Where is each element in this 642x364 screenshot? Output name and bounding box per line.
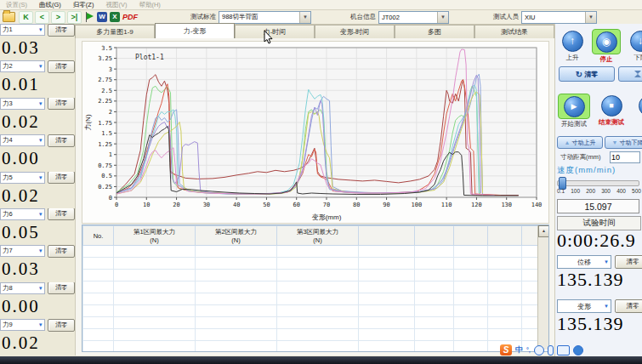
channel-select[interactable]: 力6▼ xyxy=(0,208,45,220)
channel-clear-button[interactable]: 清零 xyxy=(48,245,75,258)
inch-down-button[interactable]: ▼ 寸动下降 xyxy=(605,136,642,149)
channel-clear-button[interactable]: 清零 xyxy=(48,172,75,185)
channel-select[interactable]: 力4▼ xyxy=(0,134,45,146)
displacement-clear-button[interactable]: 清零 xyxy=(615,255,642,269)
chevron-down-icon[interactable]: ▼ xyxy=(585,12,596,23)
channel-clear-button[interactable]: 清零 xyxy=(48,24,75,37)
excel-export-icon[interactable]: X xyxy=(110,12,120,23)
tab-1[interactable]: 多力量图1-9 xyxy=(75,25,155,38)
tab-strip: 多力量图1-9力-变形力-时间变形-时间多图测试结果 xyxy=(75,24,554,39)
menu-item[interactable]: 归零(Z) xyxy=(67,1,100,9)
ime-punctuation-icon[interactable]: °, xyxy=(526,344,531,355)
column-header xyxy=(488,226,522,246)
table-row[interactable] xyxy=(83,282,550,293)
prev-record-button[interactable]: < xyxy=(35,11,49,24)
chevron-down-icon[interactable]: ▼ xyxy=(38,322,43,327)
secondary-button[interactable] xyxy=(618,66,642,82)
results-table[interactable]: No.第1区间最大力(N)第2区间最大力(N)第3区间最大力(N) xyxy=(82,225,549,352)
tab-5[interactable]: 多图 xyxy=(395,25,474,38)
chevron-down-icon[interactable]: ▼ xyxy=(38,101,43,106)
ime-chinese-mode-icon[interactable]: 中 xyxy=(515,344,523,355)
slider-tick-label: 400 xyxy=(616,188,626,194)
scrollbar-up-arrow[interactable]: ▲ xyxy=(538,225,549,237)
machine-info-select[interactable]: JT002▼ xyxy=(378,11,449,24)
jog-up-button[interactable]: ↑ 上升 xyxy=(557,29,588,62)
deformation-row: 变形 ▼ 清零 xyxy=(557,299,642,313)
table-row[interactable] xyxy=(83,293,550,305)
displacement-select[interactable]: 位移 ▼ xyxy=(557,255,611,269)
table-row[interactable] xyxy=(83,246,550,258)
channel-clear-button[interactable]: 清零 xyxy=(48,98,75,111)
menu-item[interactable]: 曲线(G) xyxy=(33,1,67,9)
test-operator-select[interactable]: XIU▼ xyxy=(521,11,597,24)
table-row[interactable] xyxy=(83,258,550,270)
channel-select[interactable]: 力9▼ xyxy=(0,319,45,331)
svg-text:80: 80 xyxy=(353,202,360,208)
next-record-button[interactable]: > xyxy=(51,11,65,24)
deformation-select[interactable]: 变形 ▼ xyxy=(557,299,611,313)
deformation-clear-button[interactable]: 清零 xyxy=(615,299,642,313)
ime-mic-icon[interactable] xyxy=(548,345,554,355)
chevron-down-icon: ▼ xyxy=(604,304,609,309)
svg-text:1.75: 1.75 xyxy=(98,120,112,127)
channel-value: 0.00 xyxy=(0,294,75,318)
test-standard-select[interactable]: 988切半背面▼ xyxy=(219,11,311,24)
last-record-button[interactable]: >| xyxy=(67,11,82,24)
channel-value: 0.02 xyxy=(0,184,75,208)
tab-3[interactable]: 力-时间 xyxy=(235,25,315,38)
tab-6[interactable]: 测试结果 xyxy=(474,25,554,38)
start-test-button[interactable]: ▶ 开始测试 xyxy=(557,94,591,128)
channel-select[interactable]: 力5▼ xyxy=(0,172,45,184)
channel-clear-button[interactable]: 清零 xyxy=(48,60,75,73)
stop-button[interactable]: ◉ 停止 xyxy=(591,29,622,64)
chevron-down-icon[interactable]: ▼ xyxy=(299,12,310,23)
ime-user-icon[interactable] xyxy=(573,345,583,355)
channel-block: 力7▼清零0.03 xyxy=(0,245,75,282)
jog-down-button[interactable]: ↓ 下降 xyxy=(625,29,642,62)
tab-2[interactable]: 力-变形 xyxy=(155,23,235,38)
pdf-export-icon[interactable]: PDF xyxy=(122,12,138,23)
ime-emoji-icon[interactable] xyxy=(534,345,544,355)
inch-up-button[interactable]: ▲ 寸动上升 xyxy=(557,136,603,149)
open-file-icon[interactable] xyxy=(3,12,15,23)
channel-clear-button[interactable]: 清零 xyxy=(48,208,75,221)
force-deformation-chart: 010203040506070809010011012013014000.250… xyxy=(82,41,549,224)
test-operator-value: XIU xyxy=(525,14,536,21)
chevron-down-icon[interactable]: ▼ xyxy=(38,175,43,180)
channel-select[interactable]: 力8▼ xyxy=(0,282,45,294)
flag-icon[interactable] xyxy=(84,12,94,23)
sogou-ime-icon[interactable]: S xyxy=(500,344,512,355)
chevron-down-icon[interactable]: ▼ xyxy=(38,138,43,143)
jog-distance-input[interactable] xyxy=(610,151,640,163)
table-row[interactable] xyxy=(83,329,550,341)
chevron-down-icon[interactable]: ▼ xyxy=(38,64,43,69)
channel-clear-button[interactable]: 清零 xyxy=(48,134,75,147)
end-test-button[interactable]: ■ 结束测试 xyxy=(594,94,628,127)
table-row[interactable] xyxy=(83,341,550,353)
channel-select[interactable]: 力7▼ xyxy=(0,245,45,257)
table-row[interactable] xyxy=(83,270,550,282)
channel-select[interactable]: 力1▼ xyxy=(0,24,45,36)
table-row[interactable] xyxy=(83,317,550,329)
ime-keyboard-icon[interactable] xyxy=(557,345,570,355)
speed-slider-track[interactable] xyxy=(557,180,639,186)
ime-tray: S 中 °, xyxy=(500,344,640,356)
table-scrollbar[interactable]: ▲ xyxy=(537,225,548,350)
chevron-down-icon[interactable]: ▼ xyxy=(38,27,43,32)
chevron-down-icon[interactable]: ▼ xyxy=(437,12,448,23)
pause-test-button[interactable]: ‖ 暂停 xyxy=(632,94,642,127)
channel-name: 力3 xyxy=(3,100,13,108)
chevron-down-icon[interactable]: ▼ xyxy=(38,212,43,217)
channel-clear-button[interactable]: 清零 xyxy=(48,319,75,332)
chevron-down-icon[interactable]: ▼ xyxy=(38,286,43,291)
channel-select[interactable]: 力2▼ xyxy=(0,60,45,72)
clear-all-button[interactable]: ↻ 清零 xyxy=(559,66,615,82)
word-export-icon[interactable]: W xyxy=(97,12,107,23)
tab-4[interactable]: 变形-时间 xyxy=(315,25,395,38)
chevron-down-icon[interactable]: ▼ xyxy=(38,248,43,253)
channel-select[interactable]: 力3▼ xyxy=(0,98,45,110)
svg-text:1.5: 1.5 xyxy=(101,130,112,137)
table-row[interactable] xyxy=(83,305,550,317)
channel-clear-button[interactable]: 清零 xyxy=(48,282,75,295)
first-record-button[interactable]: K xyxy=(19,11,33,24)
